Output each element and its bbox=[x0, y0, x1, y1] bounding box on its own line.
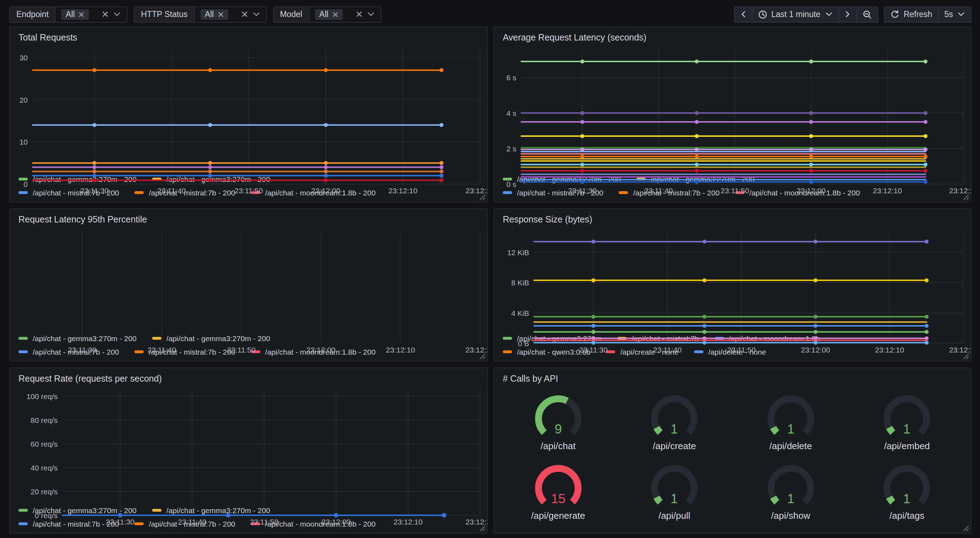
series-point[interactable] bbox=[814, 324, 818, 328]
series-point[interactable] bbox=[92, 178, 96, 182]
series-point[interactable] bbox=[334, 513, 339, 518]
panel-resize-handle[interactable] bbox=[479, 352, 486, 360]
series-point[interactable] bbox=[695, 120, 699, 124]
series-point[interactable] bbox=[208, 123, 212, 127]
series-point[interactable] bbox=[809, 134, 813, 138]
series-point[interactable] bbox=[92, 170, 96, 173]
series-point[interactable] bbox=[702, 240, 706, 243]
series-point[interactable] bbox=[923, 169, 928, 173]
series-point[interactable] bbox=[702, 324, 706, 328]
series-point[interactable] bbox=[208, 165, 212, 169]
series-point[interactable] bbox=[924, 330, 928, 334]
series-point[interactable] bbox=[324, 123, 328, 127]
panel-title[interactable]: Request Rate (requests per second) bbox=[10, 368, 487, 386]
chart-canvas[interactable]: 23:11:3023:11:4023:11:5023:12:0023:12:10… bbox=[494, 227, 971, 355]
timeseries-chart[interactable]: 23:11:3023:11:4023:11:5023:12:0023:12:10… bbox=[494, 45, 971, 174]
chart-canvas[interactable]: 23:11:3023:11:4023:11:5023:12:0023:12:10… bbox=[10, 45, 487, 196]
series-point[interactable] bbox=[814, 330, 818, 334]
series-point[interactable] bbox=[580, 120, 584, 124]
series-point[interactable] bbox=[591, 324, 595, 328]
remove-filter-value-icon[interactable] bbox=[217, 11, 224, 17]
timeseries-chart[interactable]: 23:11:3023:11:4023:11:5023:12:0023:12:10… bbox=[494, 227, 971, 333]
gauge[interactable]: 1/api/show bbox=[732, 457, 849, 526]
series-point[interactable] bbox=[809, 120, 813, 124]
series-point[interactable] bbox=[324, 68, 328, 72]
series-point[interactable] bbox=[580, 148, 584, 151]
series-point[interactable] bbox=[580, 162, 584, 166]
clear-filter-icon[interactable] bbox=[355, 11, 362, 18]
series-point[interactable] bbox=[695, 148, 699, 151]
gauge[interactable]: 1/api/embed bbox=[849, 387, 965, 457]
series-point[interactable] bbox=[809, 162, 813, 166]
refresh-interval-button[interactable]: 5s bbox=[938, 6, 972, 22]
timeseries-chart[interactable]: 23:11:3023:11:4023:11:5023:12:0023:12:10… bbox=[10, 227, 487, 333]
time-shift-back-button[interactable] bbox=[733, 6, 752, 22]
series-point[interactable] bbox=[226, 513, 231, 518]
series-point[interactable] bbox=[702, 341, 706, 345]
series-point[interactable] bbox=[814, 278, 818, 282]
timeseries-chart[interactable]: 23:11:3023:11:4023:11:5023:12:0023:12:10… bbox=[10, 45, 487, 174]
panel-title[interactable]: # Calls by API bbox=[494, 368, 971, 386]
panel-resize-handle[interactable] bbox=[479, 524, 486, 532]
series-point[interactable] bbox=[324, 165, 328, 169]
series-point[interactable] bbox=[439, 68, 444, 72]
series-point[interactable] bbox=[924, 341, 928, 345]
series-point[interactable] bbox=[580, 155, 584, 159]
series-point[interactable] bbox=[923, 59, 928, 63]
series-point[interactable] bbox=[924, 315, 928, 319]
series-point[interactable] bbox=[208, 178, 212, 182]
series-point[interactable] bbox=[809, 111, 813, 115]
series-point[interactable] bbox=[324, 161, 328, 165]
series-point[interactable] bbox=[439, 174, 444, 178]
series-point[interactable] bbox=[118, 513, 123, 518]
chart-canvas[interactable]: 23:11:3023:11:4023:11:5023:12:0023:12:10… bbox=[10, 227, 487, 355]
series-point[interactable] bbox=[442, 513, 446, 518]
series-point[interactable] bbox=[814, 240, 818, 243]
series-point[interactable] bbox=[695, 59, 699, 63]
zoom-out-time-button[interactable] bbox=[856, 6, 878, 22]
remove-filter-value-icon[interactable] bbox=[78, 11, 84, 17]
series-point[interactable] bbox=[92, 161, 96, 165]
series-point[interactable] bbox=[695, 134, 699, 138]
series-point[interactable] bbox=[695, 169, 699, 173]
series-point[interactable] bbox=[923, 148, 928, 151]
panel-resize-handle[interactable] bbox=[962, 193, 969, 200]
series-point[interactable] bbox=[580, 134, 584, 138]
series-point[interactable] bbox=[591, 240, 595, 243]
series-point[interactable] bbox=[695, 155, 699, 159]
series-point[interactable] bbox=[92, 174, 96, 178]
series-point[interactable] bbox=[324, 178, 328, 182]
panel-title[interactable]: Response Size (bytes) bbox=[494, 209, 971, 227]
filter-model[interactable]: Model All bbox=[273, 6, 381, 22]
time-shift-forward-button[interactable] bbox=[838, 6, 857, 22]
filter-chip[interactable]: All bbox=[62, 9, 89, 19]
series-point[interactable] bbox=[695, 180, 699, 184]
series-point[interactable] bbox=[208, 174, 212, 178]
refresh-button[interactable]: Refresh bbox=[884, 6, 939, 22]
series-point[interactable] bbox=[439, 161, 444, 165]
time-range-picker-button[interactable]: Last 1 minute bbox=[751, 6, 839, 22]
gauge[interactable]: 1/api/create bbox=[616, 387, 732, 457]
filter-chip[interactable]: All bbox=[200, 9, 228, 19]
series-point[interactable] bbox=[695, 111, 699, 115]
series-point[interactable] bbox=[814, 315, 818, 319]
chart-canvas[interactable]: 23:11:3023:11:4023:11:5023:12:0023:12:10… bbox=[494, 45, 971, 196]
series-point[interactable] bbox=[92, 123, 96, 127]
series-point[interactable] bbox=[92, 165, 96, 169]
series-point[interactable] bbox=[695, 162, 699, 166]
filter-http-status[interactable]: HTTP Status All bbox=[134, 6, 266, 22]
timeseries-chart[interactable]: 23:11:3023:11:4023:11:5023:12:0023:12:10… bbox=[10, 386, 487, 505]
series-point[interactable] bbox=[208, 68, 212, 72]
series-point[interactable] bbox=[809, 180, 813, 184]
series-point[interactable] bbox=[702, 315, 706, 319]
panel-resize-handle[interactable] bbox=[962, 352, 969, 360]
series-point[interactable] bbox=[591, 278, 595, 282]
series-point[interactable] bbox=[809, 155, 813, 159]
series-point[interactable] bbox=[439, 178, 444, 182]
gauge[interactable]: 15/api/generate bbox=[500, 457, 616, 526]
series-point[interactable] bbox=[923, 162, 928, 166]
series-point[interactable] bbox=[324, 174, 328, 178]
series-point[interactable] bbox=[924, 278, 928, 282]
series-point[interactable] bbox=[580, 180, 584, 184]
series-point[interactable] bbox=[809, 169, 813, 173]
